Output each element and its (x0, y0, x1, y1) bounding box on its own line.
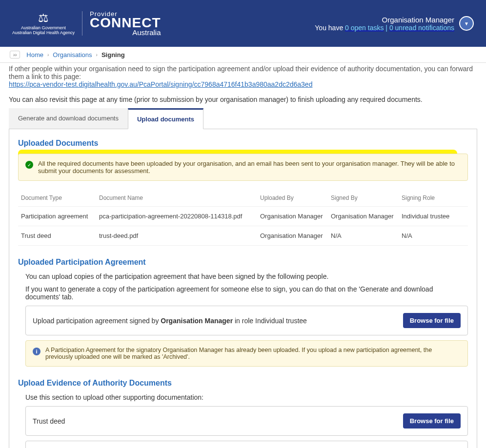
tasks-line: You have 0 open tasks | 0 unread notific… (315, 24, 454, 32)
header-left: ⚖ Australian Government Australian Digit… (12, 11, 161, 36)
table-row: Participation agreement pca-participatio… (18, 207, 468, 226)
breadcrumb-expand-button[interactable]: ›› (10, 51, 20, 58)
open-tasks-link[interactable]: 0 open tasks (345, 24, 384, 32)
eoa-section: Upload Evidence of Authority Documents U… (18, 379, 468, 448)
info-icon: i (33, 348, 40, 355)
col-doc-name: Document Name (96, 190, 257, 207)
success-notification: ✓ All the required documents have been u… (18, 154, 468, 181)
breadcrumb: ›› Home › Organisations › Signing (0, 47, 486, 63)
notifications-link[interactable]: 0 unread notifications (389, 24, 454, 32)
pa-info-message: A Participation Agreement for the signat… (45, 347, 461, 360)
upload-pa-label: Upload participation agreement signed by… (33, 317, 307, 325)
coat-of-arms-icon: ⚖ (12, 11, 75, 25)
chevron-right-icon: › (47, 52, 49, 58)
gov-line1: Australian Government (12, 25, 75, 31)
trust-deed-label: Trust deed (33, 417, 65, 425)
pa-title: Uploaded Participation Agreement (18, 258, 468, 267)
breadcrumb-home[interactable]: Home (26, 51, 43, 58)
upload-other-eoa-row: Other EoA Browse for file (25, 441, 468, 448)
upload-panel: Uploaded Documents ✓ All the required do… (9, 129, 477, 448)
pa-info-box: i A Participation Agreement for the sign… (25, 340, 468, 367)
success-message: All the required documents have been upl… (38, 160, 461, 175)
main-content: If other people within your organisation… (0, 65, 486, 448)
tab-upload[interactable]: Upload documents (128, 108, 203, 129)
chevron-down-icon: ▼ (464, 21, 469, 26)
table-row: Trust deed trust-deed.pdf Organisation M… (18, 226, 468, 246)
pca-logo: Provider CONNECT Australia (90, 11, 161, 36)
pa-desc2: If you want to generate a copy of the pa… (25, 285, 468, 301)
browse-trust-deed-button[interactable]: Browse for file (403, 413, 461, 429)
chevron-right-icon: › (96, 52, 98, 58)
tab-generate[interactable]: Generate and download documents (9, 108, 128, 129)
check-circle-icon: ✓ (25, 161, 33, 169)
header-divider (82, 11, 82, 36)
breadcrumb-current: Signing (101, 51, 125, 58)
user-menu-button[interactable]: ▼ (459, 16, 474, 31)
header-right: Organisation Manager You have 0 open tas… (315, 16, 474, 32)
user-role: Organisation Manager (315, 16, 454, 24)
upload-trust-deed-row: Trust deed Browse for file (25, 406, 468, 436)
col-signed-by: Signed By (328, 190, 399, 207)
eoa-desc: Use this section to upload other support… (25, 393, 468, 401)
col-doc-type: Document Type (18, 190, 96, 207)
col-signing-role: Signing Role (399, 190, 468, 207)
uploaded-documents-title: Uploaded Documents (18, 139, 468, 148)
signing-link[interactable]: https://pca-vendor-test.digitalhealth.go… (9, 80, 312, 88)
documents-table: Document Type Document Name Uploaded By … (18, 190, 468, 246)
breadcrumb-organisations[interactable]: Organisations (53, 51, 92, 58)
upload-pa-row: Upload participation agreement signed by… (25, 306, 468, 335)
eoa-title: Upload Evidence of Authority Documents (18, 379, 468, 388)
browse-pa-button[interactable]: Browse for file (403, 313, 461, 328)
pa-desc1: You can upload copies of the participati… (25, 273, 468, 280)
gov-logo: ⚖ Australian Government Australian Digit… (12, 11, 75, 36)
intro-cutoff-text: If other people within your organisation… (9, 65, 477, 80)
revisit-text: You can also revisit this page at any ti… (9, 96, 477, 103)
app-header: ⚖ Australian Government Australian Digit… (0, 0, 486, 47)
participation-agreement-section: Uploaded Participation Agreement You can… (18, 258, 468, 367)
tab-bar: Generate and download documents Upload d… (9, 108, 477, 129)
col-uploaded-by: Uploaded By (257, 190, 328, 207)
gov-line2: Australian Digital Health Agency (12, 30, 75, 36)
